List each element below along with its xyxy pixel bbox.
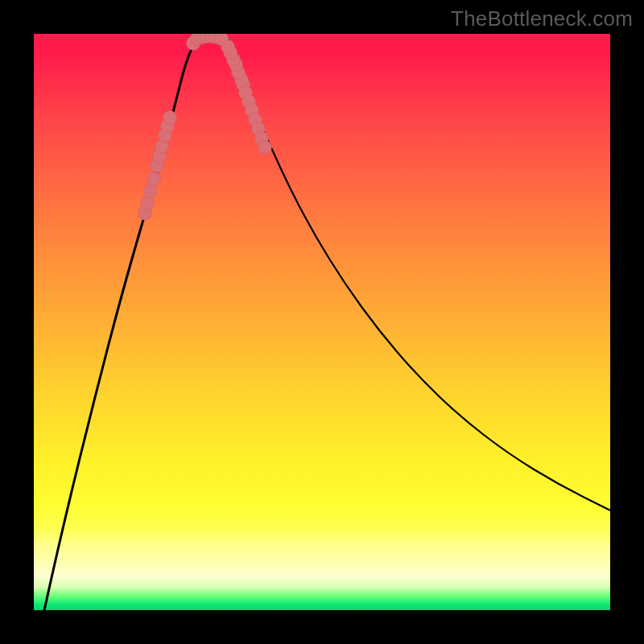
scatter-dots — [138, 34, 272, 221]
data-dot — [163, 111, 177, 125]
plot-area — [34, 34, 610, 610]
watermark-text: TheBottleneck.com — [451, 6, 633, 31]
data-dot — [141, 196, 155, 210]
curves-svg — [34, 34, 610, 610]
chart-frame: TheBottleneck.com — [0, 0, 644, 644]
data-dot — [215, 34, 229, 46]
data-dot — [144, 184, 158, 198]
data-dot — [258, 141, 272, 155]
data-dot — [147, 172, 161, 186]
curve-right — [219, 37, 610, 510]
